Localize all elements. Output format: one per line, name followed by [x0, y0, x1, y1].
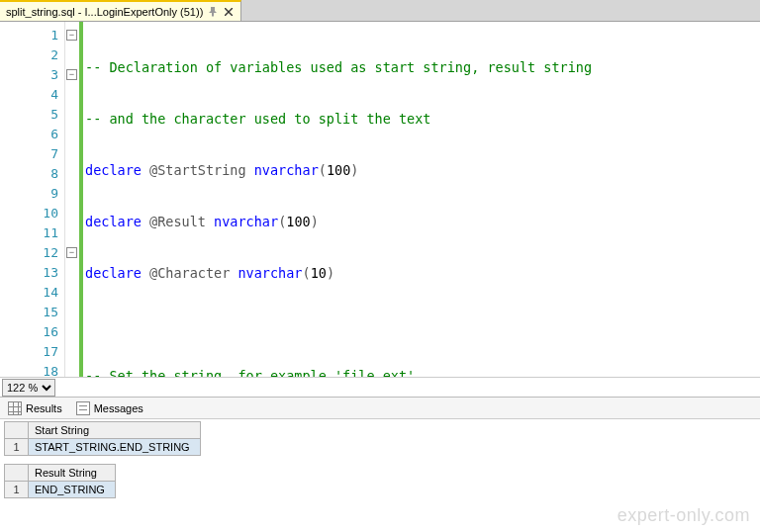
column-header[interactable]: Start String — [29, 422, 201, 439]
change-marker — [79, 22, 83, 377]
keyword: declare — [85, 265, 142, 281]
grid-icon — [8, 401, 22, 415]
grid-corner[interactable] — [5, 465, 29, 482]
cell[interactable]: START_STRING.END_STRING — [29, 439, 201, 456]
grid-corner[interactable] — [5, 422, 29, 439]
type: nvarchar — [238, 265, 302, 281]
keyword: declare — [85, 214, 142, 229]
cell[interactable]: END_STRING — [29, 482, 116, 498]
results-tab-bar: Results Messages — [0, 398, 760, 419]
code-comment: -- Set the string, for example 'file.ext… — [85, 368, 415, 377]
file-tab[interactable]: split_string.sql - I...LoginExpertOnly (… — [0, 0, 241, 21]
number: 100 — [286, 214, 310, 229]
code-comment: -- and the character used to split the t… — [85, 111, 431, 127]
code-comment: -- Declaration of variables used as star… — [85, 59, 592, 75]
fold-toggle-icon[interactable]: − — [66, 247, 77, 258]
result-grid-2: Result String 1 END_STRING — [4, 464, 756, 498]
table-row[interactable]: 1 START_STRING.END_STRING — [5, 439, 201, 456]
messages-icon — [76, 401, 90, 415]
type: nvarchar — [254, 162, 319, 178]
fold-toggle-icon[interactable]: − — [66, 30, 77, 41]
tab-title: split_string.sql - I...LoginExpertOnly (… — [6, 6, 203, 18]
tab-messages[interactable]: Messages — [74, 399, 145, 417]
number: 100 — [327, 162, 350, 178]
row-number[interactable]: 1 — [5, 482, 29, 498]
fold-toggle-icon[interactable]: − — [66, 69, 77, 80]
variable: @StartString — [149, 162, 246, 178]
type: nvarchar — [214, 214, 278, 229]
variable: @Character — [149, 265, 230, 281]
tab-label: Results — [26, 402, 62, 414]
code-editor[interactable]: 1234 5678 9101112 13141516 1718 − − − --… — [0, 22, 760, 378]
number: 10 — [311, 265, 327, 281]
keyword: declare — [85, 162, 142, 178]
zoom-select[interactable]: 122 % — [2, 379, 55, 397]
row-number[interactable]: 1 — [5, 439, 29, 456]
result-grid-1: Start String 1 START_STRING.END_STRING — [4, 421, 756, 456]
column-header[interactable]: Result String — [29, 465, 116, 482]
tab-bar: split_string.sql - I...LoginExpertOnly (… — [0, 0, 760, 22]
results-pane: Start String 1 START_STRING.END_STRING R… — [0, 419, 760, 530]
fold-gutter: − − − — [65, 22, 79, 377]
zoom-bar: 122 % — [0, 378, 760, 398]
close-icon[interactable] — [223, 6, 235, 18]
code-content[interactable]: -- Declaration of variables used as star… — [85, 22, 760, 377]
variable: @Result — [149, 214, 206, 229]
tab-results[interactable]: Results — [6, 399, 64, 417]
tab-label: Messages — [94, 402, 143, 414]
pin-icon[interactable] — [207, 6, 219, 18]
line-number-gutter: 1234 5678 9101112 13141516 1718 — [0, 22, 65, 377]
table-row[interactable]: 1 END_STRING — [5, 482, 116, 498]
